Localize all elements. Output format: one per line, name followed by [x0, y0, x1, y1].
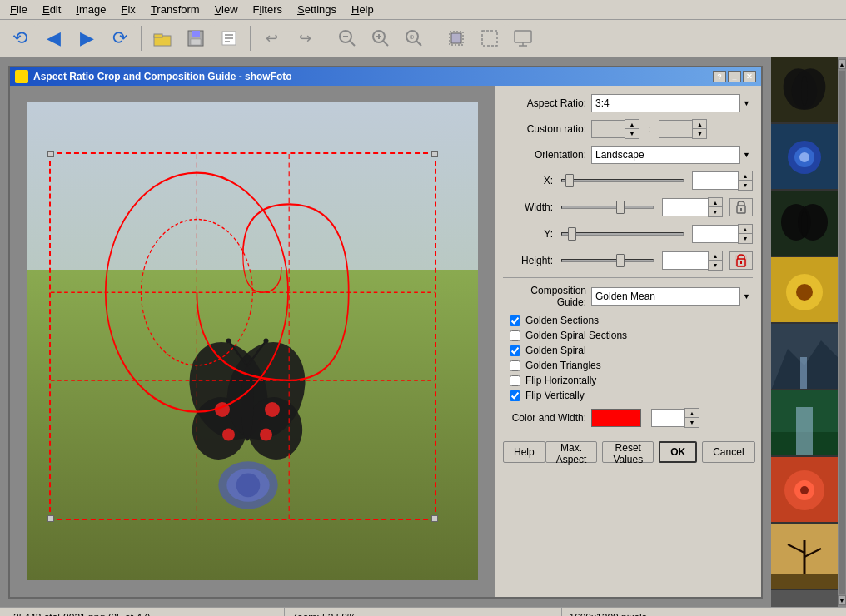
edit-button[interactable]: [214, 23, 244, 53]
open-button[interactable]: [147, 23, 177, 53]
thumbnail-3[interactable]: [771, 191, 838, 257]
y-up[interactable]: ▲: [739, 225, 752, 234]
select-button[interactable]: [475, 23, 505, 53]
height-slider-thumb[interactable]: [616, 254, 625, 267]
height-up[interactable]: ▲: [709, 251, 722, 261]
width-slider-thumb[interactable]: [616, 201, 625, 214]
x-up[interactable]: ▲: [739, 171, 752, 181]
menu-settings[interactable]: Settings: [291, 2, 343, 17]
height-slider[interactable]: [561, 259, 654, 262]
scroll-down-button[interactable]: ▼: [838, 595, 846, 605]
x-slider[interactable]: [561, 179, 684, 182]
aspect-ratio-dropdown-arrow[interactable]: ▼: [739, 94, 753, 112]
zoom-out-button[interactable]: [332, 23, 362, 53]
display-button[interactable]: [508, 23, 538, 53]
cancel-button[interactable]: Cancel: [702, 441, 754, 463]
back-large-button[interactable]: ⟲: [5, 23, 35, 53]
custom-ratio-spin2: ▲ ▼: [692, 119, 707, 139]
dialog-minimize-button[interactable]: _: [728, 71, 741, 82]
forward-button[interactable]: ▶: [72, 23, 102, 53]
forward-large-button[interactable]: ⟳: [105, 23, 135, 53]
menu-image[interactable]: Image: [69, 2, 112, 17]
menu-edit[interactable]: Edit: [36, 2, 67, 17]
footer-right-buttons: Max. Aspect Reset Values OK Cancel: [545, 441, 755, 463]
y-slider[interactable]: [561, 232, 684, 236]
scroll-track[interactable]: [839, 71, 845, 594]
menu-filters[interactable]: Filters: [246, 2, 289, 17]
golden-spiral-row: Golden Spiral: [503, 345, 753, 356]
flip-horizontally-checkbox[interactable]: [510, 375, 520, 386]
menu-help[interactable]: Help: [345, 2, 381, 17]
toolbar: ⟲ ◀ ▶ ⟳ ↩ ↪ ⊕: [0, 20, 846, 57]
custom-ratio-input2: 1: [659, 120, 692, 138]
dialog-close-button[interactable]: ✕: [743, 71, 756, 82]
thumbnail-6[interactable]: [771, 390, 838, 457]
width-up[interactable]: ▲: [709, 198, 722, 207]
aspect-ratio-row: Aspect Ratio: 3:4 ▼: [503, 94, 753, 112]
height-lock-button[interactable]: [729, 251, 753, 270]
dialog-help-button[interactable]: ?: [713, 71, 726, 82]
menu-fix[interactable]: Fix: [115, 2, 142, 17]
orientation-combo[interactable]: Landscape: [591, 146, 739, 164]
color-width-up[interactable]: ▲: [685, 409, 699, 418]
golden-triangles-label: Golden Triangles: [525, 360, 601, 371]
zoom-fit-button[interactable]: ⊕: [399, 23, 429, 53]
thumbnail-1[interactable]: [771, 57, 838, 124]
svg-rect-48: [740, 208, 742, 211]
svg-rect-4: [191, 39, 201, 45]
x-label: X:: [503, 175, 553, 186]
svg-line-11: [350, 41, 355, 46]
crop-button[interactable]: [441, 23, 471, 53]
golden-spiral-sections-checkbox[interactable]: [510, 330, 520, 341]
y-slider-thumb[interactable]: [568, 227, 576, 241]
x-input-group: 10 ▲ ▼: [692, 171, 753, 191]
menu-view[interactable]: View: [208, 2, 245, 17]
x-input[interactable]: 10: [692, 171, 738, 190]
comp-guide-combo[interactable]: Golden Mean: [591, 287, 739, 306]
color-width-input[interactable]: 2: [651, 409, 684, 427]
x-slider-thumb[interactable]: [565, 174, 574, 187]
width-down[interactable]: ▼: [709, 207, 722, 216]
undo-button[interactable]: ↩: [256, 23, 286, 53]
comp-guide-dropdown-arrow[interactable]: ▼: [739, 287, 753, 306]
flip-vertically-checkbox[interactable]: [510, 390, 520, 401]
x-down[interactable]: ▼: [739, 181, 752, 190]
thumbnail-7[interactable]: [771, 457, 838, 524]
thumbnail-4[interactable]: [771, 257, 838, 324]
color-width-down[interactable]: ▼: [685, 418, 699, 427]
custom-ratio-spin1: ▲ ▼: [625, 119, 639, 139]
golden-spiral-checkbox[interactable]: [510, 345, 520, 356]
reset-values-button[interactable]: Reset Values: [602, 441, 654, 463]
golden-sections-checkbox[interactable]: [510, 315, 520, 326]
width-input[interactable]: 1283: [662, 198, 708, 216]
width-lock-button[interactable]: [729, 198, 753, 216]
width-slider[interactable]: [561, 206, 654, 209]
thumbnail-2[interactable]: [771, 124, 838, 191]
scroll-up-button[interactable]: ▲: [838, 59, 846, 69]
height-input[interactable]: 960: [662, 251, 708, 270]
thumbnail-8[interactable]: [771, 524, 838, 590]
save-button[interactable]: [181, 23, 211, 53]
back-button[interactable]: ◀: [38, 23, 68, 53]
golden-triangles-checkbox[interactable]: [510, 360, 520, 371]
aspect-ratio-combo[interactable]: 3:4: [591, 94, 739, 112]
golden-triangles-row: Golden Triangles: [503, 360, 753, 371]
color-swatch[interactable]: [591, 409, 641, 427]
redo-button[interactable]: ↪: [290, 23, 320, 53]
ok-button[interactable]: OK: [659, 441, 697, 463]
help-button[interactable]: Help: [503, 441, 545, 463]
orientation-dropdown-arrow[interactable]: ▼: [739, 146, 753, 164]
menu-file[interactable]: File: [3, 2, 34, 17]
height-down[interactable]: ▼: [709, 261, 722, 270]
y-down[interactable]: ▼: [739, 234, 752, 243]
custom-ratio-down1: ▼: [625, 129, 639, 138]
thumbnail-5[interactable]: [771, 324, 838, 390]
svg-rect-21: [482, 31, 497, 46]
status-dimensions: 1600x1200 pixels: [562, 608, 839, 616]
max-aspect-button[interactable]: Max. Aspect: [545, 441, 598, 463]
flip-horizontally-row: Flip Horizontally: [503, 375, 753, 386]
menu-transform[interactable]: Transform: [144, 2, 207, 17]
y-input[interactable]: 76: [692, 225, 738, 243]
aspect-ratio-label: Aspect Ratio:: [503, 97, 586, 109]
zoom-in-button[interactable]: [366, 23, 396, 53]
